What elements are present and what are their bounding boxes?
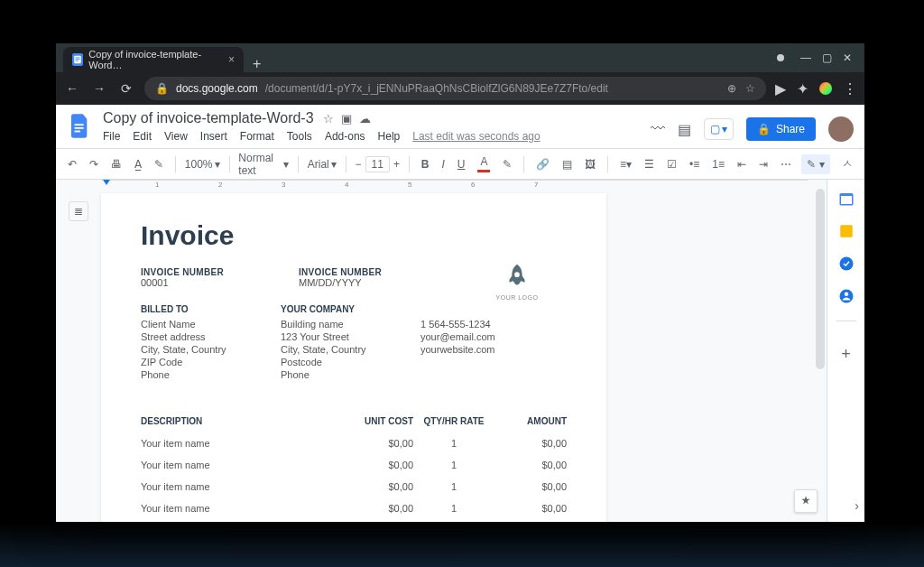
font-size-value[interactable]: 11 xyxy=(365,156,390,172)
bold-button[interactable]: B xyxy=(419,158,432,171)
menu-insert[interactable]: Insert xyxy=(200,130,227,143)
invoice-heading: Invoice xyxy=(141,220,567,251)
zoom-select[interactable]: 100% ▾ xyxy=(185,158,220,171)
col-description: DESCRIPTION xyxy=(141,416,341,426)
minimize-button[interactable]: — xyxy=(800,51,811,64)
docs-logo-icon[interactable] xyxy=(67,110,94,143)
browser-tab[interactable]: Copy of invoice-template-Word… × xyxy=(63,47,244,72)
paint-format-button[interactable]: ✎ xyxy=(152,158,166,171)
document-title[interactable]: Copy of invoice-template-Word-3 xyxy=(103,110,314,126)
spellcheck-button[interactable]: A̲ xyxy=(132,158,144,171)
bulleted-list-button[interactable]: •≡ xyxy=(687,158,702,171)
last-edit-status[interactable]: Last edit was seconds ago xyxy=(412,130,540,143)
more-toolbar-button[interactable]: ⋯ xyxy=(778,158,794,171)
menu-file[interactable]: File xyxy=(103,130,120,143)
align-button[interactable]: ≡▾ xyxy=(617,158,634,171)
url-host: docs.google.com xyxy=(176,82,258,95)
indent-marker-icon[interactable] xyxy=(103,180,110,185)
company-line: 123 Your Street xyxy=(281,331,384,342)
italic-button[interactable]: I xyxy=(439,158,447,171)
company-line: Postcode xyxy=(281,357,384,367)
svg-rect-5 xyxy=(75,127,84,129)
bookmark-star-icon[interactable]: ☆ xyxy=(745,82,755,95)
menu-edit[interactable]: Edit xyxy=(133,130,152,143)
install-app-icon[interactable]: ⊕ xyxy=(727,82,736,95)
invoice-number-label: INVOICE NUMBER xyxy=(141,267,245,277)
font-select[interactable]: Arial ▾ xyxy=(308,158,337,171)
cloud-status-icon[interactable]: ☁ xyxy=(359,112,371,125)
maximize-button[interactable]: ▢ xyxy=(822,51,832,64)
decrease-indent-button[interactable]: ⇤ xyxy=(735,158,749,171)
share-label: Share xyxy=(776,123,805,135)
scrollbar-thumb[interactable] xyxy=(816,189,825,369)
insert-image-button[interactable]: 🖼 xyxy=(582,158,598,171)
billed-to-line: Client Name xyxy=(141,319,245,330)
document-page[interactable]: YOUR LOGO Invoice INVOICE NUMBER 00001 I… xyxy=(101,193,606,522)
hide-sidepanel-button[interactable]: › xyxy=(855,498,859,513)
tab-close-icon[interactable]: × xyxy=(228,53,235,66)
move-document-icon[interactable]: ▣ xyxy=(341,112,352,125)
text-color-button[interactable]: A xyxy=(475,155,493,172)
print-button[interactable]: 🖶 xyxy=(108,158,125,171)
billed-to-line: Phone xyxy=(141,369,245,380)
keep-app-icon[interactable] xyxy=(838,223,855,239)
insert-comment-button[interactable]: ▤ xyxy=(559,158,575,171)
billed-to-line: ZIP Code xyxy=(141,357,245,367)
rocket-icon xyxy=(502,262,532,293)
star-document-icon[interactable]: ☆ xyxy=(323,112,334,125)
chevron-down-icon: ▾ xyxy=(283,158,289,171)
increase-indent-button[interactable]: ⇥ xyxy=(756,158,771,171)
extension-icon[interactable]: ▶ xyxy=(775,80,786,98)
url-field[interactable]: 🔒 docs.google.com/document/d/1-pY7x_i_jE… xyxy=(144,77,766,100)
contact-line: 1 564-555-1234 xyxy=(420,319,495,330)
collapse-toolbar-button[interactable]: ㅅ xyxy=(839,156,855,172)
share-button[interactable]: 🔒 Share xyxy=(746,117,816,141)
extensions-puzzle-icon[interactable]: ✦ xyxy=(797,80,808,98)
close-window-button[interactable]: ✕ xyxy=(843,51,852,64)
explore-button[interactable] xyxy=(794,489,818,513)
numbered-list-button[interactable]: 1≡ xyxy=(709,158,727,171)
style-select[interactable]: Normal text ▾ xyxy=(238,152,289,177)
comments-icon[interactable]: ▤ xyxy=(678,121,691,138)
menu-format[interactable]: Format xyxy=(240,130,274,143)
font-size-control[interactable]: − 11 + xyxy=(356,156,400,172)
insert-link-button[interactable]: 🔗 xyxy=(533,158,552,171)
vertical-scrollbar[interactable] xyxy=(814,180,825,522)
highlight-button[interactable]: ✎ xyxy=(500,158,514,171)
checklist-button[interactable]: ☑ xyxy=(664,158,679,171)
browser-address-bar: ← → ⟳ 🔒 docs.google.com/document/d/1-pY7… xyxy=(56,72,864,105)
svg-point-10 xyxy=(839,257,853,271)
table-row: Your item name $0,00 1 $0,00 xyxy=(141,432,567,454)
invoice-date-label: INVOICE NUMBER xyxy=(299,267,382,277)
horizontal-ruler[interactable]: 1 2 3 4 5 6 7 xyxy=(101,180,808,181)
new-tab-button[interactable]: + xyxy=(244,56,270,72)
activity-icon[interactable]: 〰 xyxy=(651,121,665,137)
svg-rect-1 xyxy=(76,58,80,59)
increase-font-button[interactable]: + xyxy=(393,158,400,171)
contacts-app-icon[interactable] xyxy=(838,288,855,304)
outline-toggle-button[interactable]: ≣ xyxy=(69,201,88,221)
redo-button[interactable]: ↷ xyxy=(87,158,101,171)
decrease-font-button[interactable]: − xyxy=(356,158,362,171)
nav-reload-button[interactable]: ⟳ xyxy=(117,81,135,96)
browser-menu-icon[interactable]: ⋮ xyxy=(843,80,857,98)
calendar-app-icon[interactable] xyxy=(838,191,855,207)
tasks-app-icon[interactable] xyxy=(838,256,855,272)
menu-help[interactable]: Help xyxy=(378,130,401,143)
add-addon-button[interactable]: + xyxy=(841,345,851,364)
undo-button[interactable]: ↶ xyxy=(65,158,79,171)
menu-tools[interactable]: Tools xyxy=(287,130,312,143)
nav-forward-button[interactable]: → xyxy=(90,81,108,96)
underline-button[interactable]: U xyxy=(455,158,468,171)
menu-addons[interactable]: Add-ons xyxy=(325,130,365,143)
present-button[interactable]: ▢▾ xyxy=(704,118,734,140)
extension-colored-icon[interactable] xyxy=(819,82,832,95)
line-spacing-button[interactable]: ☰ xyxy=(642,158,657,171)
chevron-down-icon: ▾ xyxy=(331,158,337,171)
logo-placeholder[interactable]: YOUR LOGO xyxy=(491,262,543,301)
editing-mode-button[interactable]: ✎▾ xyxy=(801,154,830,174)
menu-view[interactable]: View xyxy=(164,130,188,143)
account-avatar[interactable] xyxy=(828,116,854,142)
lock-share-icon: 🔒 xyxy=(757,123,771,135)
nav-back-button[interactable]: ← xyxy=(63,81,81,96)
